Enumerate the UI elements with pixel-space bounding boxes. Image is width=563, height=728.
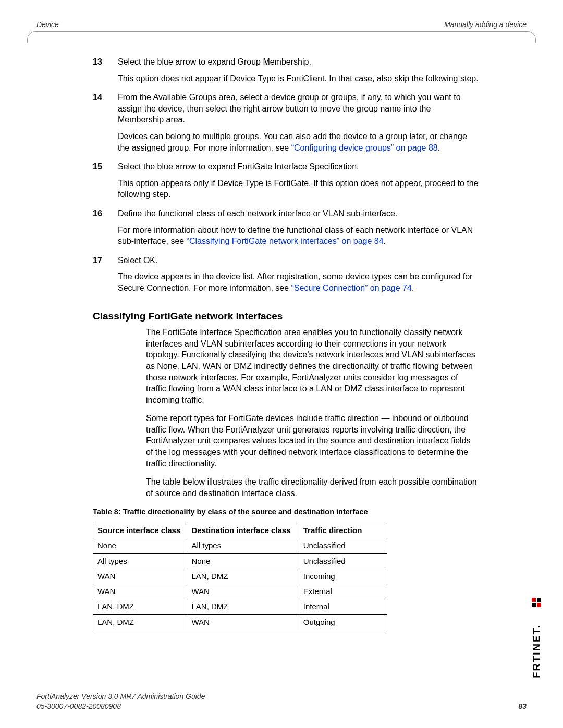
header-divider — [27, 31, 536, 43]
section-body: The FortiGate Interface Specification ar… — [146, 327, 479, 499]
table-cell: WAN — [187, 614, 299, 630]
step-body: Select the blue arrow to expand FortiGat… — [118, 161, 479, 205]
brand-logo: FRTINET. — [531, 574, 542, 678]
footer-line2: 05-30007-0082-20080908 — [36, 701, 205, 711]
table-cell: Outgoing — [299, 614, 387, 630]
step-paragraph: Select OK. — [118, 255, 479, 266]
table-cell: Internal — [299, 599, 387, 614]
table-cell: LAN, DMZ — [187, 569, 299, 584]
table-header-cell: Source interface class — [93, 523, 187, 538]
step-row: 17Select OK.The device appears in the de… — [93, 255, 479, 299]
table-cell: None — [93, 538, 187, 553]
table-row: NoneAll typesUnclassified — [93, 538, 387, 553]
table-row: LAN, DMZWANOutgoing — [93, 614, 387, 630]
step-row: 13Select the blue arrow to expand Group … — [93, 56, 479, 89]
footer-line1: FortiAnalyzer Version 3.0 MR7 Administra… — [36, 692, 205, 701]
main-content: 13Select the blue arrow to expand Group … — [93, 56, 479, 637]
table-cell: Incoming — [299, 569, 387, 584]
step-paragraph: For more information about how to define… — [118, 225, 479, 247]
step-paragraph: From the Available Groups area, select a… — [118, 92, 479, 126]
step-number: 14 — [93, 92, 118, 158]
table-cell: WAN — [93, 584, 187, 599]
step-row: 15Select the blue arrow to expand FortiG… — [93, 161, 479, 205]
step-body: From the Available Groups area, select a… — [118, 92, 479, 158]
section-paragraph: The FortiGate Interface Specification ar… — [146, 327, 479, 405]
table-row: WANWANExternal — [93, 584, 387, 599]
table-cell: All types — [187, 538, 299, 553]
step-row: 14From the Available Groups area, select… — [93, 92, 479, 158]
step-paragraph: This option does not appear if Device Ty… — [118, 73, 479, 84]
table-cell: WAN — [187, 584, 299, 599]
cross-reference-link[interactable]: “Secure Connection” on page 74 — [291, 283, 412, 292]
step-body: Select the blue arrow to expand Group Me… — [118, 56, 479, 89]
table-header-cell: Destination interface class — [187, 523, 299, 538]
step-body: Define the functional class of each netw… — [118, 208, 479, 252]
cross-reference-link[interactable]: “Classifying FortiGate network interface… — [187, 237, 384, 245]
table-cell: LAN, DMZ — [187, 599, 299, 614]
step-number: 17 — [93, 255, 118, 299]
table-cell: All types — [93, 553, 187, 569]
step-paragraph: Define the functional class of each netw… — [118, 208, 479, 219]
step-paragraph: Devices can belong to multiple groups. Y… — [118, 131, 479, 153]
table-cell: LAN, DMZ — [93, 614, 187, 630]
section-heading: Classifying FortiGate network interfaces — [93, 310, 479, 323]
step-number: 13 — [93, 56, 118, 89]
section-paragraph: Some report types for FortiGate devices … — [146, 413, 479, 469]
step-paragraph: Select the blue arrow to expand Group Me… — [118, 56, 479, 68]
cross-reference-link[interactable]: “Configuring device groups” on page 88 — [291, 143, 438, 152]
table-cell: Unclassified — [299, 538, 387, 553]
step-row: 16Define the functional class of each ne… — [93, 208, 479, 252]
header-left: Device — [36, 20, 59, 30]
table-cell: Unclassified — [299, 553, 387, 569]
step-paragraph: Select the blue arrow to expand FortiGat… — [118, 161, 479, 172]
step-number: 15 — [93, 161, 118, 205]
step-body: Select OK.The device appears in the devi… — [118, 255, 479, 299]
table-cell: WAN — [93, 569, 187, 584]
table-row: WANLAN, DMZIncoming — [93, 569, 387, 584]
table-caption: Table 8: Traffic directionality by class… — [93, 507, 422, 517]
header-right: Manually adding a device — [444, 20, 527, 30]
table-row: All typesNoneUnclassified — [93, 553, 387, 569]
page-footer: FortiAnalyzer Version 3.0 MR7 Administra… — [36, 692, 527, 711]
table-row: LAN, DMZLAN, DMZInternal — [93, 599, 387, 614]
page-number: 83 — [518, 701, 527, 711]
table-cell: None — [187, 553, 299, 569]
step-paragraph: The device appears in the device list. A… — [118, 271, 479, 293]
traffic-table: Source interface classDestination interf… — [93, 523, 387, 630]
step-number: 16 — [93, 208, 118, 252]
table-cell: External — [299, 584, 387, 599]
table-cell: LAN, DMZ — [93, 599, 187, 614]
table-header-cell: Traffic direction — [299, 523, 387, 538]
section-paragraph: The table below illustrates the traffic … — [146, 476, 479, 499]
step-paragraph: This option appears only if Device Type … — [118, 178, 479, 200]
